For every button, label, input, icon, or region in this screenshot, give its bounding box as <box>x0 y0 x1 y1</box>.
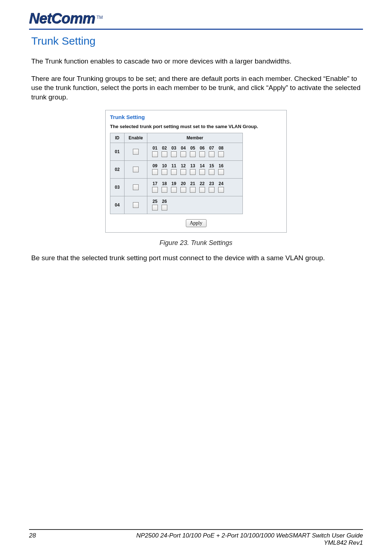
brand-rule <box>29 29 363 30</box>
trunk-enable-cell <box>124 143 147 160</box>
port-label: 08 <box>216 145 226 151</box>
port-checkbox[interactable] <box>180 187 186 193</box>
port-grid: 01 02 03 04 05 06 07 08 <box>150 145 226 158</box>
port-label: 21 <box>188 181 197 187</box>
port-checkbox[interactable] <box>162 187 167 193</box>
port-grid: 17 18 19 20 21 22 23 24 <box>150 181 226 193</box>
port-checkbox[interactable] <box>190 169 196 175</box>
panel-note: The selected trunk port setting must set… <box>110 124 282 129</box>
footer-revision: YML842 Rev1 <box>136 539 363 547</box>
intro-paragraph-2: There are four Trunking groups to be set… <box>31 74 363 102</box>
trademark-symbol: TM <box>97 15 103 20</box>
trunk-row: 02 09 10 11 12 13 14 <box>110 160 243 178</box>
trunk-enable-cell <box>124 196 147 214</box>
trunk-row: 01 01 02 03 04 05 06 <box>110 143 243 160</box>
trunk-table: ID Enable Member 01 01 02 03 <box>110 133 243 214</box>
trunk-id-cell: 03 <box>110 178 124 196</box>
port-checkbox[interactable] <box>171 151 177 157</box>
port-label: 11 <box>169 163 179 169</box>
port-label: 19 <box>169 181 179 187</box>
port-checkbox[interactable] <box>152 169 158 175</box>
figure-wrap: Trunk Setting The selected trunk port se… <box>105 110 287 247</box>
port-label: 06 <box>197 145 207 151</box>
footer-guide-title: NP2500 24-Port 10/100 PoE + 2-Port 10/10… <box>136 532 363 539</box>
trunk-enable-cell <box>124 160 147 178</box>
port-label: 12 <box>179 163 188 169</box>
port-checkbox[interactable] <box>171 169 177 175</box>
port-checkbox[interactable] <box>152 205 158 210</box>
port-checkbox[interactable] <box>209 187 215 193</box>
enable-checkbox[interactable] <box>133 167 139 172</box>
trunk-enable-cell <box>124 178 147 196</box>
brand-header: NetComm TM <box>29 10 363 29</box>
enable-checkbox[interactable] <box>133 149 139 155</box>
port-label: 25 <box>150 199 160 204</box>
port-grid: 25 26 <box>150 199 169 211</box>
enable-checkbox[interactable] <box>133 184 139 190</box>
port-label: 04 <box>179 145 188 151</box>
port-checkbox[interactable] <box>218 151 224 157</box>
port-checkbox[interactable] <box>209 151 215 157</box>
trunk-row: 04 25 26 <box>110 196 243 214</box>
port-label: 14 <box>197 163 207 169</box>
port-label: 20 <box>179 181 188 187</box>
port-checkbox[interactable] <box>218 169 224 175</box>
port-checkbox[interactable] <box>190 187 196 193</box>
port-label: 15 <box>207 163 216 169</box>
col-header-enable: Enable <box>124 133 147 143</box>
figure-caption: Figure 23. Trunk Settings <box>105 239 287 247</box>
panel-title: Trunk Setting <box>110 114 282 120</box>
port-checkbox[interactable] <box>180 169 186 175</box>
port-checkbox[interactable] <box>190 151 196 157</box>
port-label: 22 <box>197 181 207 187</box>
port-label: 10 <box>160 163 169 169</box>
port-checkbox[interactable] <box>218 187 224 193</box>
port-label: 17 <box>150 181 160 187</box>
port-label: 24 <box>216 181 226 187</box>
trunk-member-cell: 17 18 19 20 21 22 23 24 <box>147 178 243 196</box>
port-label: 07 <box>207 145 216 151</box>
port-label: 23 <box>207 181 216 187</box>
port-checkbox[interactable] <box>152 187 158 193</box>
intro-paragraph-1: The Trunk function enables to cascade tw… <box>31 57 363 66</box>
port-checkbox[interactable] <box>162 205 167 210</box>
col-header-id: ID <box>110 133 124 143</box>
port-label: 26 <box>160 199 169 204</box>
port-label: 18 <box>160 181 169 187</box>
port-checkbox[interactable] <box>199 151 205 157</box>
trunk-id-cell: 02 <box>110 160 124 178</box>
port-label: 13 <box>188 163 197 169</box>
trunk-member-cell: 25 26 <box>147 196 243 214</box>
port-checkbox[interactable] <box>171 187 177 193</box>
trunk-table-header-row: ID Enable Member <box>110 133 243 143</box>
port-checkbox[interactable] <box>152 151 158 157</box>
trunk-member-cell: 09 10 11 12 13 14 15 16 <box>147 160 243 178</box>
port-checkbox[interactable] <box>199 187 205 193</box>
document-page: NetComm TM Trunk Setting The Trunk funct… <box>0 0 392 556</box>
port-checkbox[interactable] <box>162 151 167 157</box>
section-title: Trunk Setting <box>31 35 363 47</box>
page-footer: 28 NP2500 24-Port 10/100 PoE + 2-Port 10… <box>29 529 363 547</box>
port-grid: 09 10 11 12 13 14 15 16 <box>150 163 226 175</box>
note-paragraph: Be sure that the selected trunk setting … <box>31 253 363 263</box>
port-checkbox[interactable] <box>162 169 167 175</box>
apply-button[interactable]: Apply <box>186 219 207 227</box>
trunk-row: 03 17 18 19 20 21 22 <box>110 178 243 196</box>
port-label: 16 <box>216 163 226 169</box>
port-label: 02 <box>160 145 169 151</box>
trunk-id-cell: 04 <box>110 196 124 214</box>
port-label: 03 <box>169 145 179 151</box>
trunk-id-cell: 01 <box>110 143 124 160</box>
col-header-member: Member <box>147 133 243 143</box>
trunk-setting-panel: Trunk Setting The selected trunk port se… <box>105 110 287 233</box>
port-checkbox[interactable] <box>199 169 205 175</box>
enable-checkbox[interactable] <box>133 202 139 208</box>
brand-logo: NetComm <box>29 10 95 26</box>
page-number: 28 <box>29 532 36 539</box>
port-label: 09 <box>150 163 160 169</box>
port-label: 05 <box>188 145 197 151</box>
apply-row: Apply <box>110 219 282 227</box>
trunk-member-cell: 01 02 03 04 05 06 07 08 <box>147 143 243 160</box>
port-checkbox[interactable] <box>209 169 215 175</box>
port-checkbox[interactable] <box>180 151 186 157</box>
